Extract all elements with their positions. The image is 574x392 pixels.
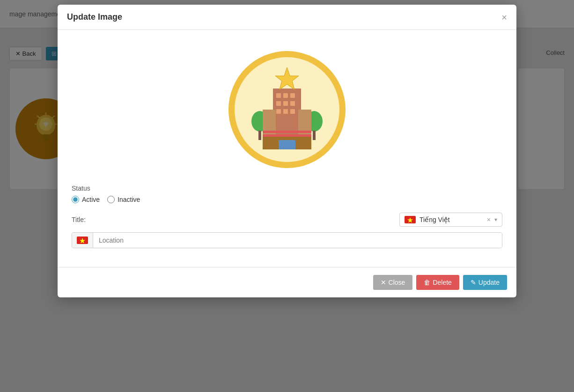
delete-button[interactable]: 🗑 Delete [416,275,459,290]
inactive-option[interactable]: Inactive [107,196,140,203]
active-label: Active [82,196,100,203]
title-row: Title: Tiếng Việt × ▾ [72,213,502,227]
modal-body: Status Active Inactive Title: [58,30,516,267]
image-preview [72,39,502,185]
status-section: Status Active Inactive [72,185,502,203]
trash-icon: 🗑 [424,279,430,286]
svg-rect-15 [313,131,316,140]
radio-group: Active Inactive [72,196,502,203]
inactive-label: Inactive [118,196,140,203]
lang-arrow-icon[interactable]: ▾ [494,216,497,223]
svg-rect-30 [263,134,311,137]
svg-rect-13 [258,131,261,140]
location-input[interactable] [93,233,502,248]
svg-rect-31 [263,131,311,133]
svg-rect-17 [276,93,281,98]
active-radio[interactable] [72,196,79,203]
badge-image [226,49,348,170]
svg-rect-20 [276,101,281,106]
update-label: Update [478,279,500,286]
flag-prefix [72,233,93,248]
svg-rect-24 [283,109,288,114]
update-button[interactable]: ✎ Update [463,275,507,290]
close-x-icon: ✕ [381,279,386,286]
language-name: Tiếng Việt [419,216,483,223]
svg-rect-22 [290,101,295,106]
modal-footer: ✕ Close 🗑 Delete ✎ Update [58,267,516,297]
modal-title: Update Image [67,12,122,22]
update-image-modal: Update Image × [58,5,516,297]
modal-header: Update Image × [58,5,516,30]
location-input-group [72,232,502,248]
svg-rect-29 [279,140,295,149]
svg-rect-23 [276,109,281,114]
svg-rect-18 [283,93,288,98]
active-option[interactable]: Active [72,196,100,203]
svg-rect-21 [283,101,288,106]
close-modal-button[interactable]: ✕ Close [373,275,413,290]
status-label: Status [72,185,502,192]
edit-icon: ✎ [471,279,476,286]
vn-flag-icon [405,216,416,223]
lang-clear-icon[interactable]: × [487,216,491,223]
inactive-radio[interactable] [107,196,115,203]
title-field-label: Title: [72,216,86,223]
svg-rect-25 [290,109,295,114]
delete-label: Delete [433,279,451,286]
language-selector[interactable]: Tiếng Việt × ▾ [399,213,502,227]
title-section: Title: Tiếng Việt × ▾ [72,213,502,248]
svg-rect-19 [290,93,295,98]
vn-flag-small-icon [77,237,88,244]
close-label: Close [389,279,405,286]
close-button[interactable]: × [501,13,507,22]
